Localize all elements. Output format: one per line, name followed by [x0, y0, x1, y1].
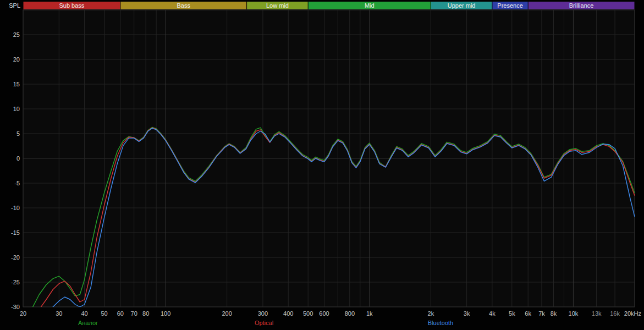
- x-tick-label: 13k: [592, 310, 602, 317]
- x-tick-label: 20kHz: [624, 310, 641, 317]
- x-tick-label: 70: [131, 310, 137, 317]
- y-tick-label: 0: [16, 155, 20, 162]
- x-tick-label: 500: [303, 310, 313, 317]
- y-axis-labels: 2520151050-5-10-15-20-25-30: [11, 31, 20, 310]
- x-tick-label: 100: [161, 310, 170, 317]
- x-tick-label: 16k: [610, 310, 620, 317]
- y-tick-label: 10: [13, 106, 20, 112]
- x-tick-label: 40: [81, 310, 87, 317]
- x-tick-label: 600: [319, 310, 329, 317]
- legend-label-bluetooth: Bluetooth: [428, 320, 453, 326]
- x-tick-label: 400: [283, 310, 293, 317]
- y-tick-label: -10: [11, 205, 20, 211]
- x-tick-label: 2k: [428, 310, 434, 317]
- band-label: Mid: [365, 2, 375, 9]
- y-tick-label: -15: [11, 229, 20, 236]
- band-label: Brilliance: [569, 2, 594, 9]
- y-tick-label: -20: [11, 254, 20, 261]
- x-tick-label: 300: [258, 310, 268, 317]
- x-tick-label: 30: [56, 310, 62, 317]
- x-tick-label: 10k: [569, 310, 579, 317]
- x-tick-label: 1k: [366, 310, 373, 317]
- frequency-bands: Sub bassBassLow midMidUpper midPresenceB…: [24, 2, 635, 9]
- y-tick-label: 25: [13, 31, 20, 38]
- x-tick-label: 8k: [551, 310, 557, 317]
- band-label: Bass: [177, 2, 190, 9]
- y-tick-label: -30: [11, 304, 20, 310]
- x-tick-label: 60: [117, 310, 124, 317]
- x-tick-label: 800: [345, 310, 355, 317]
- band-label: Presence: [497, 2, 522, 9]
- x-tick-label: 4k: [489, 310, 496, 317]
- y-axis-title: SPL: [9, 2, 20, 9]
- band-label: Upper mid: [448, 2, 476, 9]
- x-tick-label: 80: [142, 310, 149, 317]
- y-tick-label: 5: [16, 130, 20, 137]
- x-axis-labels: 203040506070801002003004005006008001k2k3…: [20, 310, 641, 317]
- y-tick-label: 15: [13, 81, 20, 87]
- legend-label-optical: Optical: [255, 320, 273, 326]
- x-tick-label: 200: [222, 310, 232, 317]
- legend-label-analog: Аналог: [78, 320, 98, 326]
- chart-page: Sub bassBassLow midMidUpper midPresenceB…: [0, 0, 644, 330]
- frequency-response-chart: Sub bassBassLow midMidUpper midPresenceB…: [0, 0, 644, 330]
- y-tick-label: -25: [11, 279, 20, 285]
- x-tick-label: 6k: [525, 310, 531, 317]
- band-label: Low mid: [266, 2, 289, 9]
- x-tick-label: 3k: [464, 310, 470, 317]
- band-label: Sub bass: [59, 2, 84, 9]
- x-tick-label: 20: [20, 310, 26, 317]
- x-tick-label: 5k: [509, 310, 515, 317]
- x-tick-label: 7k: [538, 310, 545, 317]
- x-tick-label: 50: [101, 310, 107, 317]
- y-tick-label: 20: [13, 56, 20, 63]
- legend: АналогOpticalBluetooth: [78, 320, 453, 326]
- y-tick-label: -5: [14, 180, 20, 186]
